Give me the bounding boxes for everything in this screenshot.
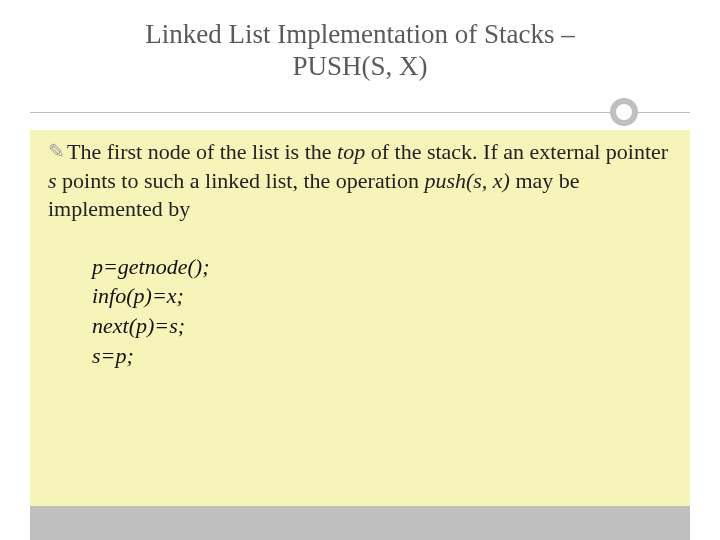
- code-line-3: next(p)=s;: [92, 311, 672, 341]
- slide: Linked List Implementation of Stacks – P…: [0, 0, 720, 540]
- bullet-text-1: The first node of the list is the: [67, 139, 337, 164]
- bullet-word-s: s: [48, 168, 57, 193]
- code-line-2: info(p)=x;: [92, 281, 672, 311]
- title-line-1: Linked List Implementation of Stacks –: [145, 19, 575, 49]
- bullet-word-push: push(s, x): [424, 168, 510, 193]
- slide-title: Linked List Implementation of Stacks – P…: [30, 18, 690, 83]
- code-line-1: p=getnode();: [92, 252, 672, 282]
- code-block: p=getnode(); info(p)=x; next(p)=s; s=p;: [92, 252, 672, 371]
- footer-bar: [30, 506, 690, 540]
- slide-header: Linked List Implementation of Stacks – P…: [0, 0, 720, 83]
- bullet-text-3: points to such a linked list, the operat…: [57, 168, 425, 193]
- title-divider: [30, 98, 690, 128]
- divider-line: [30, 112, 690, 113]
- content-area: ✎The first node of the list is the top o…: [30, 130, 690, 506]
- bullet-word-top: top: [337, 139, 365, 164]
- bullet-icon: ✎: [48, 140, 65, 162]
- ring-icon: [610, 98, 638, 126]
- title-line-2: PUSH(S, X): [292, 51, 427, 81]
- bullet-text-2: of the stack. If an external pointer: [365, 139, 668, 164]
- code-line-4: s=p;: [92, 341, 672, 371]
- bullet-paragraph: ✎The first node of the list is the top o…: [48, 138, 672, 224]
